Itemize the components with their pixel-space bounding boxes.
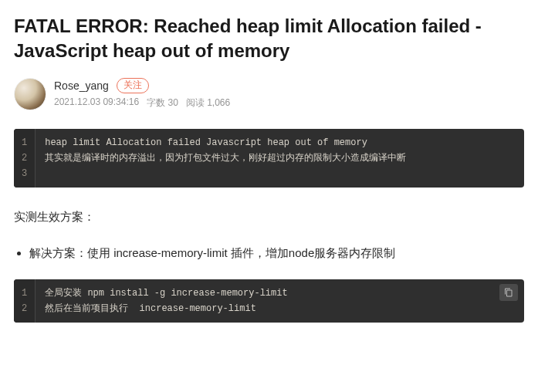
avatar[interactable]: [14, 78, 46, 110]
code-gutter: 123: [14, 129, 36, 188]
code-block-1: 123 heap limit Allocation failed Javascr…: [14, 129, 524, 188]
copy-icon: [504, 288, 513, 297]
word-count: 字数 30: [147, 96, 178, 110]
solution-list: 解决方案：使用 increase-memory-limit 插件，增加node服…: [14, 243, 524, 263]
publish-datetime: 2021.12.03 09:34:16: [54, 96, 139, 110]
read-count: 阅读 1,066: [186, 96, 230, 110]
code-content: 全局安装 npm install -g increase-memory-limi…: [36, 279, 524, 323]
list-item: 解决方案：使用 increase-memory-limit 插件，增加node服…: [29, 243, 524, 263]
code-block-2: 12 全局安装 npm install -g increase-memory-l…: [14, 279, 524, 323]
code-content: heap limit Allocation failed Javascript …: [36, 129, 524, 188]
article-meta: Rose_yang 关注 2021.12.03 09:34:16 字数 30 阅…: [14, 78, 524, 110]
author-name[interactable]: Rose_yang: [54, 79, 109, 92]
follow-button[interactable]: 关注: [117, 78, 149, 93]
section-heading: 实测生效方案：: [14, 208, 524, 226]
article-title: FATAL ERROR: Reached heap limit Allocati…: [14, 14, 524, 64]
copy-button[interactable]: [499, 284, 518, 301]
code-gutter: 12: [14, 279, 36, 323]
